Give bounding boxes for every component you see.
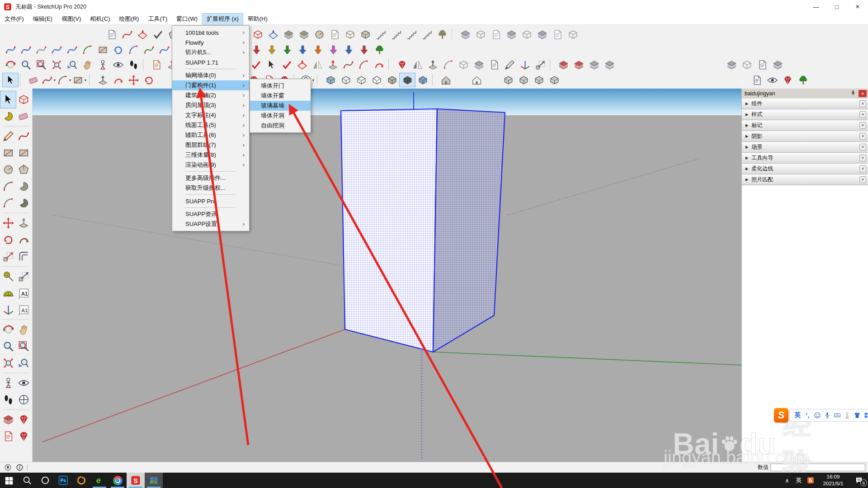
move-tool[interactable] <box>0 215 16 231</box>
ime-user-icon[interactable] <box>842 410 852 421</box>
extensions-menu-item[interactable]: SUAPP设置› <box>172 219 249 229</box>
zoom-previous-icon[interactable] <box>64 58 80 71</box>
rotate-tool[interactable] <box>0 231 16 248</box>
style-xray-icon[interactable] <box>323 73 338 87</box>
door-window-submenu-item[interactable]: 自由挖洞 <box>250 121 311 131</box>
1001bit-icon[interactable] <box>296 28 311 41</box>
1001bit-icon[interactable] <box>434 28 450 41</box>
model-face-right[interactable] <box>433 109 505 352</box>
minimize-button[interactable]: — <box>806 0 826 14</box>
plugin-icon[interactable] <box>586 58 602 71</box>
menu-item[interactable]: 窗口(W) <box>172 14 202 24</box>
tray-section[interactable]: ▶工具向导× <box>742 153 868 164</box>
orbit-icon[interactable] <box>3 58 18 71</box>
sketchup-taskbar-icon[interactable] <box>127 473 145 488</box>
text-tool[interactable] <box>16 285 31 301</box>
freehand-icon[interactable]: ▼ <box>41 73 57 87</box>
freehand-tool[interactable] <box>16 128 31 145</box>
polygon-tool[interactable] <box>16 161 31 178</box>
suapp-icon[interactable] <box>249 43 264 56</box>
1001bit-icon[interactable] <box>250 28 265 41</box>
view-icon[interactable] <box>547 73 562 87</box>
menu-item[interactable]: 绘图(R) <box>115 14 143 24</box>
plugin-icon[interactable] <box>556 58 571 71</box>
close-button[interactable]: × <box>847 0 868 14</box>
pie2-tool[interactable] <box>16 195 31 211</box>
plugin-icon[interactable] <box>724 58 739 71</box>
make-component-tool[interactable] <box>16 91 31 108</box>
cortana-icon[interactable] <box>36 473 54 488</box>
offset-tool[interactable] <box>16 248 31 265</box>
suapp-icon[interactable] <box>264 43 279 56</box>
plugin-icon[interactable] <box>571 58 586 71</box>
expand-arrow-icon[interactable]: ▶ <box>745 178 748 182</box>
bezier-icon[interactable] <box>110 43 126 56</box>
geolocation-icon[interactable] <box>4 464 12 471</box>
zoom-extents-tool[interactable] <box>0 355 16 371</box>
axes-icon[interactable] <box>517 58 533 71</box>
extensions-menu-item[interactable]: 门窗构件(1)› <box>172 80 249 90</box>
plugin-tool[interactable] <box>0 428 16 445</box>
plugin-icon[interactable] <box>425 58 440 71</box>
plugin-icon[interactable] <box>534 28 550 41</box>
plugin-icon[interactable] <box>486 58 502 71</box>
style-wireframe-icon[interactable] <box>338 73 354 87</box>
tray-section-close[interactable]: × <box>859 176 866 183</box>
expand-arrow-icon[interactable]: ▶ <box>745 156 748 160</box>
position-camera-tool[interactable] <box>0 375 16 391</box>
plugin-icon[interactable] <box>410 58 425 71</box>
plugin-tool[interactable] <box>0 411 16 428</box>
tape-measure-tool[interactable] <box>0 268 16 285</box>
plugin-icon[interactable] <box>135 28 150 41</box>
plugin-icon[interactable] <box>602 58 617 71</box>
plugin-icon[interactable] <box>488 28 504 41</box>
arc-icon[interactable]: ▼ <box>57 73 72 87</box>
plugin-icon[interactable] <box>749 73 764 87</box>
bezier-icon[interactable] <box>80 43 95 56</box>
pie-tool[interactable] <box>16 178 31 195</box>
extensions-menu-item[interactable]: Flowify› <box>172 38 249 47</box>
extensions-menu-item[interactable]: 辅助工具(6)› <box>172 130 249 140</box>
1001bit-icon[interactable] <box>404 28 419 41</box>
extensions-menu-item[interactable]: 1001bit tools› <box>172 28 249 38</box>
plugin-icon[interactable] <box>795 73 811 87</box>
tray-section-close[interactable]: × <box>859 144 866 150</box>
tray-chevron-icon[interactable]: ∧ <box>781 473 793 488</box>
expand-arrow-icon[interactable]: ▶ <box>745 123 748 127</box>
sogou-logo-icon[interactable]: S <box>774 408 788 422</box>
style-monochrome-icon[interactable] <box>400 73 415 87</box>
follow-me-icon[interactable] <box>110 73 126 87</box>
photoshop-icon[interactable] <box>54 473 72 488</box>
bezier-icon[interactable] <box>64 43 80 56</box>
bezier-icon[interactable] <box>95 43 110 56</box>
pan-tool[interactable] <box>16 321 31 338</box>
paint-bucket-tool[interactable] <box>0 108 16 125</box>
zoom-window-icon[interactable] <box>33 58 49 71</box>
component-icon[interactable] <box>469 73 484 87</box>
push-pull-icon[interactable] <box>95 73 110 87</box>
position-camera-icon[interactable] <box>95 58 110 71</box>
extensions-menu-item[interactable]: SUAPP Pro <box>172 196 249 206</box>
style-hidden-line-icon[interactable] <box>354 73 369 87</box>
soft-keyboard-icon[interactable] <box>832 410 842 421</box>
zoom-icon[interactable] <box>18 58 33 71</box>
follow-me-tool[interactable] <box>16 231 31 248</box>
move-icon[interactable] <box>126 73 141 87</box>
select-icon[interactable] <box>3 73 18 87</box>
dimension-tool[interactable] <box>16 268 31 285</box>
1001bit-icon[interactable] <box>265 28 281 41</box>
door-window-submenu-item[interactable]: 玻璃幕墙 <box>250 101 311 111</box>
bezier-icon[interactable] <box>33 43 49 56</box>
bezier-icon[interactable] <box>126 43 141 56</box>
plugin-tool[interactable] <box>16 428 31 445</box>
ime-skin-icon[interactable] <box>852 410 862 421</box>
pin-icon[interactable] <box>850 90 857 97</box>
ime-punctuation-toggle[interactable]: ’, <box>802 410 812 421</box>
circle-tool[interactable] <box>0 161 16 178</box>
chrome-icon[interactable] <box>108 473 127 488</box>
tray-section[interactable]: ▶标记× <box>742 120 868 131</box>
tray-section-close[interactable]: × <box>859 165 866 172</box>
1001bit-icon[interactable] <box>281 28 296 41</box>
plugin-icon[interactable] <box>471 58 486 71</box>
bezier-icon[interactable] <box>141 43 156 56</box>
